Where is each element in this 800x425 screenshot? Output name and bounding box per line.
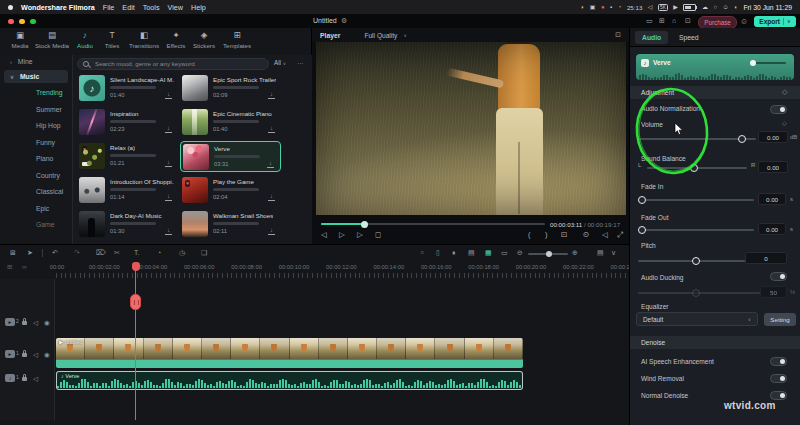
lock-track-icon[interactable] [22, 353, 27, 357]
text-icon[interactable]: T. [134, 248, 139, 258]
cloud-icon[interactable]: ☁ [702, 4, 708, 10]
lock-track-icon[interactable] [22, 321, 27, 325]
display-icon[interactable]: ⊡ [561, 229, 567, 241]
pitch-slider[interactable] [638, 260, 760, 262]
library-item-selected[interactable]: Verve03:31↓ [180, 141, 281, 172]
balance-handle[interactable] [690, 164, 698, 172]
download-icon[interactable]: ↓ [165, 159, 172, 167]
sidebar-item-country[interactable]: Country [36, 172, 60, 179]
play-icon[interactable]: ▶ [673, 4, 678, 10]
export-button[interactable]: Export ∨ [754, 16, 796, 27]
fade-out-handle[interactable] [638, 226, 646, 234]
timeline-zoom-slider[interactable] [528, 253, 568, 255]
library-item[interactable]: ♥Play the Game02:04↓ [180, 175, 281, 206]
denoise-section-header[interactable]: Denoise [630, 336, 800, 349]
download-icon[interactable]: ↓ [268, 227, 275, 235]
mute-track-icon[interactable]: ◁ [33, 318, 38, 327]
download-icon[interactable]: ↓ [268, 91, 275, 99]
prev-frame-icon[interactable]: ◁ [321, 229, 327, 241]
pointer-icon[interactable]: ➤ [27, 248, 33, 258]
close-window-button[interactable] [8, 19, 14, 25]
record-dot-icon[interactable]: ● [601, 4, 605, 10]
search-bar[interactable] [77, 58, 269, 70]
video-track-icon[interactable]: ▸ [5, 318, 15, 326]
download-icon[interactable]: ↓ [268, 125, 275, 133]
menu-item-file[interactable]: File [103, 3, 115, 12]
normal-denoise-toggle[interactable] [770, 391, 787, 400]
minimize-window-button[interactable] [19, 19, 25, 25]
delete-icon[interactable]: ⌦ [96, 248, 106, 258]
library-item[interactable]: Epic Cinematic Piano01:40↓ [180, 107, 281, 138]
purchase-button[interactable]: Purchase [698, 16, 737, 29]
tab-effects[interactable]: ✦Effects [167, 30, 186, 49]
recording-timer[interactable]: ◔ [618, 4, 622, 10]
menu-item-view[interactable]: View [168, 3, 183, 12]
record-voiceover-icon[interactable]: ▯ [436, 248, 440, 258]
project-settings-icon[interactable]: ⚙ [341, 17, 347, 25]
timeline-zoom-handle[interactable] [546, 251, 552, 257]
frame-icon[interactable]: ▭ [501, 248, 508, 258]
sidebar-item-summer[interactable]: Summer [36, 106, 62, 113]
snapshot-icon[interactable]: ⊙ [583, 229, 589, 241]
volume-handle[interactable] [738, 135, 746, 143]
audio-ducking-toggle[interactable] [770, 272, 787, 281]
balance-slider[interactable] [647, 167, 747, 169]
library-item[interactable]: Dark Day-AI Music01:30↓ [77, 209, 178, 240]
filter-dropdown[interactable]: All ∨ [274, 59, 286, 66]
apple-logo-icon[interactable] [8, 5, 13, 10]
pitch-value[interactable]: 0 [745, 252, 787, 264]
fullscreen-icon[interactable]: ⤢ [617, 229, 623, 241]
menu-item-tools[interactable]: Tools [143, 3, 160, 12]
sidebar-item-epic[interactable]: Epic [36, 205, 49, 212]
download-icon[interactable]: ↓ [268, 193, 275, 201]
mixer-icon[interactable]: ≡ [420, 248, 424, 258]
mark-in-icon[interactable]: ( [528, 229, 531, 241]
wind-removal-toggle[interactable] [770, 374, 787, 383]
ai-speech-enhancement-toggle[interactable] [770, 357, 787, 366]
sidebar-item-game[interactable]: Game [36, 221, 55, 228]
library-item[interactable]: Silent Landscape-AI M...01:40↓ [77, 73, 178, 104]
library-item[interactable]: ♥Relax (a)01:21↓ [77, 141, 178, 172]
equalizer-preset-dropdown[interactable]: Default ∨ [636, 312, 758, 326]
app-menu-title[interactable]: Wondershare Filmora [21, 3, 95, 12]
library-item[interactable]: Inspiration02:23↓ [77, 107, 178, 138]
tab-stock-media[interactable]: ▤Stock Media [35, 30, 69, 49]
playhead-line[interactable] [135, 262, 136, 420]
chevron-down-icon[interactable]: ∨ [611, 248, 616, 258]
menu-item-help[interactable]: Help [191, 3, 206, 12]
sidebar-item-mine[interactable]: › Mine [10, 58, 32, 65]
clip-volume-slider[interactable] [750, 62, 786, 64]
tab-transitions[interactable]: ◧Transitions [129, 30, 159, 49]
tab-stickers[interactable]: ◈Stickers [193, 30, 215, 49]
menu-clock[interactable]: Fri 30 Jun 11:29 [743, 4, 792, 11]
playhead-pin[interactable] [132, 262, 140, 271]
track-list-icon[interactable]: ▤ [597, 248, 604, 258]
play-icon[interactable]: ▷ [339, 229, 345, 241]
manage-tracks-icon[interactable]: ⊞ [7, 262, 12, 272]
reset-volume-icon[interactable]: ◇ [782, 119, 787, 126]
tab-media[interactable]: ▣Media [12, 30, 29, 49]
selected-clip-bar[interactable]: ♪ Verve [636, 54, 794, 80]
fade-in-slider[interactable] [638, 199, 754, 201]
stop-icon[interactable]: ◻ [375, 229, 381, 241]
media-view-icon[interactable]: ⊠ [10, 248, 16, 258]
ducking-handle[interactable] [692, 289, 700, 297]
volume-icon[interactable]: ◁ [648, 4, 653, 10]
account-icon[interactable]: ☺ [740, 17, 748, 26]
mute-track-icon[interactable]: ◁ [33, 350, 38, 359]
next-frame-icon[interactable]: ▷ [357, 229, 363, 241]
reset-adjustment-icon[interactable]: ◇ [782, 88, 787, 96]
sidebar-item-funny[interactable]: Funny [36, 139, 55, 146]
ducking-value[interactable]: 50 [760, 286, 787, 298]
library-item[interactable]: Epic Sport Rock Trailer02:09↓ [180, 73, 281, 104]
layout-icon[interactable]: ⊡ [685, 17, 691, 25]
hide-track-icon[interactable]: ◉ [44, 350, 50, 359]
audio-normalization-toggle[interactable] [770, 105, 787, 114]
quality-dropdown[interactable]: Full Quality [364, 32, 397, 39]
mute-track-icon[interactable]: ◁ [33, 374, 38, 383]
audio-clip[interactable]: ♪ Verve [56, 371, 523, 390]
search-icon[interactable]: ○ [713, 4, 717, 10]
zoom-window-button[interactable] [30, 19, 36, 25]
undo-icon[interactable]: ↶ [52, 248, 58, 258]
lock-track-icon[interactable] [22, 377, 27, 381]
